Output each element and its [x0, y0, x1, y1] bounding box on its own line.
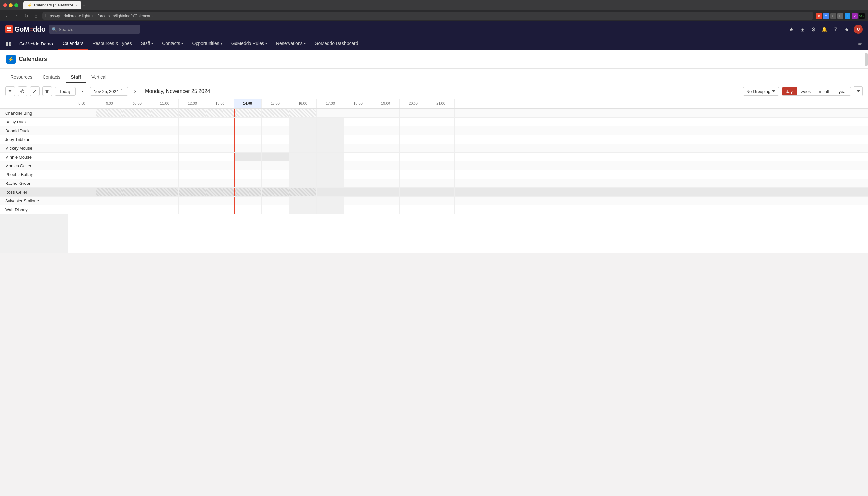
cell-2-5[interactable] [206, 126, 234, 135]
cell-11-8[interactable] [289, 205, 317, 214]
cell-9-5[interactable] [206, 188, 234, 196]
cell-10-4[interactable] [179, 197, 206, 205]
cell-1-3[interactable] [151, 118, 179, 126]
cell-5-7[interactable] [262, 153, 289, 161]
edit-button[interactable] [30, 87, 40, 96]
user-avatar[interactable]: U [854, 25, 863, 34]
cell-2-2[interactable] [123, 126, 151, 135]
nav-item-gomeddo-dashboard[interactable]: GoMeddo Dashboard [310, 37, 363, 50]
cell-7-9[interactable] [317, 170, 344, 179]
cell-5-8[interactable] [289, 153, 317, 161]
cell-11-12[interactable] [400, 205, 427, 214]
cell-8-2[interactable] [123, 179, 151, 187]
cell-3-13[interactable] [427, 135, 455, 143]
cell-10-10[interactable] [344, 197, 372, 205]
cell-0-10[interactable] [344, 109, 372, 117]
cell-0-4[interactable] [179, 109, 206, 117]
edit-nav-button[interactable]: ✏ [855, 37, 865, 50]
cell-7-0[interactable] [68, 170, 96, 179]
nav-item-reservations[interactable]: Reservations▾ [272, 37, 310, 50]
cell-8-4[interactable] [179, 179, 206, 187]
cell-2-0[interactable] [68, 126, 96, 135]
cell-7-11[interactable] [372, 170, 400, 179]
cell-0-2[interactable] [123, 109, 151, 117]
cell-8-1[interactable] [96, 179, 123, 187]
cell-8-13[interactable] [427, 179, 455, 187]
cell-3-4[interactable] [179, 135, 206, 143]
cell-8-0[interactable] [68, 179, 96, 187]
cell-10-0[interactable] [68, 197, 96, 205]
cell-4-9[interactable] [317, 144, 344, 152]
cell-4-1[interactable] [96, 144, 123, 152]
cell-5-5[interactable] [206, 153, 234, 161]
cell-10-11[interactable] [372, 197, 400, 205]
cell-1-0[interactable] [68, 118, 96, 126]
back-button[interactable]: ‹ [3, 12, 11, 19]
forward-button[interactable]: › [13, 12, 20, 19]
nav-item-opportunities[interactable]: Opportunities▾ [187, 37, 227, 50]
cell-4-3[interactable] [151, 144, 179, 152]
nav-item-calendars[interactable]: Calendars [58, 37, 88, 50]
cell-4-6[interactable] [234, 144, 262, 152]
cell-10-5[interactable] [206, 197, 234, 205]
cell-1-9[interactable] [317, 118, 344, 126]
cell-3-1[interactable] [96, 135, 123, 143]
cell-0-6[interactable] [234, 109, 262, 117]
cell-8-6[interactable] [234, 179, 262, 187]
date-picker-button[interactable]: Nov 25, 2024 [90, 87, 128, 96]
tab-vertical[interactable]: Vertical [86, 72, 111, 83]
cell-10-2[interactable] [123, 197, 151, 205]
cell-6-0[interactable] [68, 161, 96, 170]
nav-item-contacts[interactable]: Contacts▾ [157, 37, 187, 50]
cell-3-7[interactable] [262, 135, 289, 143]
view-more-button[interactable] [854, 87, 863, 96]
cell-3-2[interactable] [123, 135, 151, 143]
cell-7-3[interactable] [151, 170, 179, 179]
tab-close-btn[interactable]: × [75, 3, 77, 7]
cell-4-10[interactable] [344, 144, 372, 152]
cell-8-10[interactable] [344, 179, 372, 187]
cell-11-9[interactable] [317, 205, 344, 214]
cell-9-10[interactable] [344, 188, 372, 196]
cell-2-11[interactable] [372, 126, 400, 135]
cell-11-2[interactable] [123, 205, 151, 214]
cell-10-7[interactable] [262, 197, 289, 205]
active-tab[interactable]: ⚡ Calendars | Salesforce × [24, 1, 81, 10]
cell-8-7[interactable] [262, 179, 289, 187]
trailhead-icon[interactable]: ★ [843, 25, 851, 33]
grouping-dropdown[interactable]: No Grouping [743, 87, 779, 96]
cell-2-3[interactable] [151, 126, 179, 135]
cell-0-12[interactable] [400, 109, 427, 117]
cell-3-6[interactable] [234, 135, 262, 143]
cell-4-11[interactable] [372, 144, 400, 152]
cell-3-11[interactable] [372, 135, 400, 143]
cell-1-11[interactable] [372, 118, 400, 126]
cell-8-3[interactable] [151, 179, 179, 187]
cell-8-11[interactable] [372, 179, 400, 187]
cell-3-9[interactable] [317, 135, 344, 143]
page-scrollbar[interactable] [865, 53, 868, 66]
cell-5-13[interactable] [427, 153, 455, 161]
reload-button[interactable]: ↻ [23, 12, 30, 19]
cell-6-12[interactable] [400, 161, 427, 170]
cell-9-7[interactable] [262, 188, 289, 196]
cell-3-12[interactable] [400, 135, 427, 143]
cell-4-2[interactable] [123, 144, 151, 152]
cell-11-13[interactable] [427, 205, 455, 214]
cell-2-1[interactable] [96, 126, 123, 135]
cell-1-6[interactable] [234, 118, 262, 126]
cell-4-4[interactable] [179, 144, 206, 152]
cell-10-3[interactable] [151, 197, 179, 205]
cell-11-7[interactable] [262, 205, 289, 214]
view-btn-day[interactable]: day [782, 87, 797, 95]
cell-0-9[interactable] [317, 109, 344, 117]
cell-9-2[interactable] [123, 188, 151, 196]
cell-10-1[interactable] [96, 197, 123, 205]
cell-10-13[interactable] [427, 197, 455, 205]
cell-6-2[interactable] [123, 161, 151, 170]
cell-1-5[interactable] [206, 118, 234, 126]
cell-11-5[interactable] [206, 205, 234, 214]
cell-8-5[interactable] [206, 179, 234, 187]
cell-6-4[interactable] [179, 161, 206, 170]
cell-6-7[interactable] [262, 161, 289, 170]
